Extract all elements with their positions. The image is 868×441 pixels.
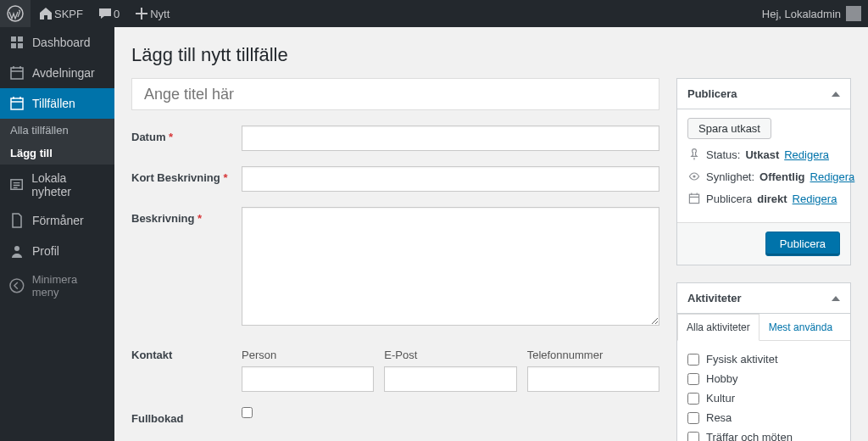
- fullbokad-label: Fullbokad: [131, 407, 242, 425]
- beskrivning-textarea[interactable]: [242, 207, 659, 326]
- user-icon: [8, 243, 25, 260]
- edit-publish-date-link[interactable]: Redigera: [793, 193, 837, 205]
- submenu-lagg[interactable]: Lägg till: [0, 142, 114, 165]
- svg-rect-5: [11, 68, 23, 79]
- tab-most-used[interactable]: Mest använda: [760, 314, 842, 341]
- activity-checkbox[interactable]: [687, 432, 699, 442]
- sidebar-item-avdelningar[interactable]: Avdelningar: [0, 58, 114, 88]
- greeting-text: Hej, Lokaladmin: [762, 8, 841, 20]
- contact-epost-input[interactable]: [384, 366, 516, 392]
- edit-visibility-link[interactable]: Redigera: [810, 170, 855, 183]
- post-title-input[interactable]: [131, 78, 659, 110]
- publish-metabox: Publicera Spara utkast Status: Utkast Re…: [676, 78, 851, 265]
- activity-item: Fysisk aktivitet: [687, 349, 840, 369]
- home-icon: [37, 5, 54, 22]
- beskrivning-label: Beskrivning *: [131, 207, 242, 225]
- sidebar-item-formaner[interactable]: Förmåner: [0, 205, 114, 236]
- news-icon: [8, 176, 25, 193]
- activities-metabox-toggle[interactable]: Aktiviteter: [677, 283, 850, 314]
- contact-tel-input[interactable]: [527, 366, 659, 392]
- edit-status-link[interactable]: Redigera: [784, 148, 829, 161]
- page-icon: [8, 212, 25, 229]
- publish-button[interactable]: Publicera: [765, 232, 840, 256]
- chevron-up-icon: [832, 296, 840, 301]
- chevron-up-icon: [832, 92, 840, 97]
- site-name: SKPF: [54, 8, 83, 20]
- page-title: Lägg till nytt tillfälle: [131, 44, 851, 66]
- contact-epost-header: E-Post: [384, 343, 516, 366]
- calendar-icon: [8, 95, 25, 112]
- collapse-label: Minimera meny: [32, 273, 106, 299]
- new-label: Nytt: [150, 8, 170, 20]
- admin-toolbar: SKPF 0 Nytt Hej, Lokaladmin: [0, 0, 868, 27]
- new-content-link[interactable]: Nytt: [126, 0, 176, 27]
- activities-tabs: Alla aktiviteter Mest använda: [677, 314, 850, 341]
- activity-checkbox[interactable]: [687, 373, 699, 385]
- calendar-icon: [8, 64, 25, 81]
- activities-metabox: Aktiviteter Alla aktiviteter Mest använd…: [676, 282, 851, 441]
- kontakt-label: Kontakt: [131, 343, 242, 361]
- eye-icon: [687, 170, 701, 183]
- datum-label: Datum *: [131, 126, 242, 143]
- datum-input[interactable]: [242, 126, 659, 151]
- sidebar-item-tillfallen[interactable]: Tillfällen: [0, 88, 114, 119]
- publish-metabox-toggle[interactable]: Publicera: [677, 79, 850, 109]
- activities-checklist: Fysisk aktivitetHobbyKulturResaTräffar o…: [687, 349, 840, 441]
- contact-person-input[interactable]: [242, 366, 374, 392]
- svg-rect-2: [18, 36, 23, 42]
- contact-tel-header: Telefonnummer: [527, 343, 659, 366]
- svg-rect-6: [11, 98, 23, 109]
- calendar-icon: [687, 192, 701, 205]
- collapse-icon: [8, 277, 25, 294]
- svg-point-8: [14, 246, 19, 251]
- svg-rect-3: [11, 43, 16, 48]
- activity-checkbox[interactable]: [687, 393, 699, 405]
- svg-rect-1: [11, 36, 16, 42]
- wp-logo[interactable]: [0, 0, 31, 27]
- plus-icon: [133, 5, 150, 22]
- contact-person-header: Person: [242, 343, 374, 366]
- dashboard-icon: [8, 34, 25, 51]
- collapse-menu[interactable]: Minimera meny: [0, 266, 114, 305]
- activities-box-title: Aktiviteter: [687, 292, 742, 304]
- submenu-alla[interactable]: Alla tillfällen: [0, 119, 114, 142]
- kort-beskrivning-input[interactable]: [242, 166, 659, 192]
- site-name-link[interactable]: SKPF: [31, 0, 90, 27]
- fullbokad-checkbox[interactable]: [242, 407, 253, 418]
- sidebar-item-profil[interactable]: Profil: [0, 236, 114, 266]
- svg-point-9: [10, 279, 24, 293]
- svg-point-10: [693, 175, 695, 177]
- comment-icon: [97, 5, 114, 22]
- sidebar-item-nyheter[interactable]: Lokala nyheter: [0, 165, 114, 205]
- pin-icon: [687, 148, 701, 161]
- svg-rect-4: [18, 43, 23, 48]
- sidebar-item-dashboard[interactable]: Dashboard: [0, 27, 114, 58]
- user-account-link[interactable]: Hej, Lokaladmin: [755, 0, 868, 27]
- activity-item: Träffar och möten: [687, 427, 840, 441]
- kort-beskrivning-label: Kort Beskrivning *: [131, 166, 242, 184]
- wordpress-icon: [7, 5, 24, 22]
- svg-rect-11: [689, 194, 698, 203]
- activity-checkbox[interactable]: [687, 412, 699, 424]
- activity-checkbox[interactable]: [687, 354, 699, 366]
- avatar: [846, 6, 861, 21]
- main-content: Lägg till nytt tillfälle Datum * Kort Be…: [114, 27, 868, 441]
- activity-item: Hobby: [687, 369, 840, 388]
- admin-sidebar: DashboardAvdelningarTillfällenAlla tillf…: [0, 27, 114, 441]
- save-draft-button[interactable]: Spara utkast: [687, 118, 771, 139]
- comments-link[interactable]: 0: [90, 0, 126, 27]
- comments-count: 0: [114, 8, 120, 20]
- activity-item: Resa: [687, 408, 840, 427]
- publish-box-title: Publicera: [687, 87, 737, 100]
- tab-all-activities[interactable]: Alla aktiviteter: [677, 314, 760, 341]
- activity-item: Kultur: [687, 388, 840, 408]
